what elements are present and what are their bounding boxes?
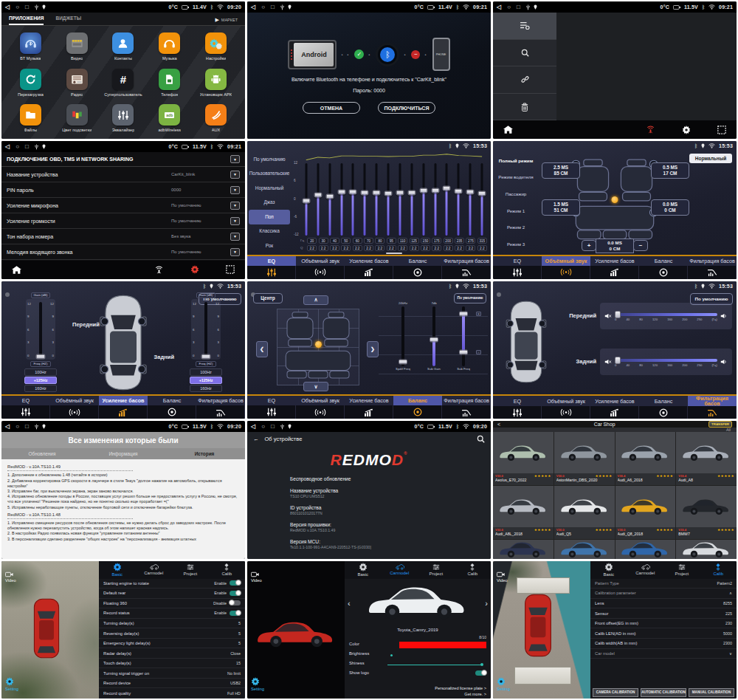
eq-band-slider[interactable]: [406, 162, 418, 236]
app-files[interactable]: Файлы: [7, 100, 54, 136]
gear-icon[interactable]: [190, 265, 199, 274]
eq-band-slider[interactable]: [370, 162, 382, 236]
toggle-on[interactable]: [230, 591, 241, 596]
mode-3[interactable]: Режим 1: [494, 203, 537, 220]
gain-thumb[interactable]: [36, 354, 46, 359]
home-icon[interactable]: [12, 266, 21, 274]
gain-thumb[interactable]: [201, 354, 211, 359]
eq-slider-thumb[interactable]: [373, 190, 381, 195]
car-card-partial[interactable]: [615, 540, 676, 558]
car-card[interactable]: V30.0★★★★★Audi_A8L_2018: [493, 486, 554, 539]
freq-option-0[interactable]: 100Hz: [190, 368, 222, 376]
front-left-delay[interactable]: 2.5 MS85 CM: [542, 162, 580, 179]
preset-2[interactable]: Нормальный: [249, 181, 290, 195]
tab-balance-icon[interactable]: [639, 266, 688, 279]
antenna-icon[interactable]: [646, 126, 655, 134]
slider-thumb[interactable]: [430, 337, 438, 342]
sidebar-item-trash[interactable]: [493, 94, 556, 121]
app-adb-wireless[interactable]: adbadbWireless: [146, 100, 193, 136]
tab-calib[interactable]: Calib: [455, 563, 492, 576]
dropdown-button[interactable]: ▼: [230, 217, 240, 225]
nav-back-icon[interactable]: ◁: [5, 144, 12, 150]
car-card-partial[interactable]: [554, 540, 615, 558]
tab-bass-boost-icon[interactable]: [99, 405, 148, 419]
tab-basic[interactable]: Basic: [345, 563, 382, 577]
eq-slider-thumb[interactable]: [384, 191, 393, 196]
tab-surround-sound[interactable]: Объёмный звук: [542, 396, 590, 406]
tab-eq[interactable]: EQ: [247, 396, 296, 405]
gear-icon[interactable]: [682, 126, 691, 134]
tab-surround-sound[interactable]: Объёмный звук: [542, 256, 590, 266]
app-backlight-color[interactable]: Цвет подсветки: [54, 100, 100, 136]
tab-surround-sound-icon[interactable]: [542, 266, 590, 279]
app-settings[interactable]: Настройки: [193, 29, 239, 64]
row-control[interactable]: [387, 640, 486, 648]
tab-1[interactable]: Информация: [83, 451, 164, 456]
tab-bass-filter-icon[interactable]: [688, 406, 737, 419]
tab-bass-boost-icon[interactable]: [345, 405, 393, 419]
nav-home-icon[interactable]: ○: [15, 4, 21, 10]
toggle-off[interactable]: [230, 600, 241, 605]
app-phone[interactable]: Телефон: [146, 64, 193, 100]
tab-balance[interactable]: Баланс: [639, 396, 688, 406]
tab-balance[interactable]: Баланс: [639, 256, 688, 266]
eq-band-slider[interactable]: [312, 162, 324, 236]
mute-speaker-icon[interactable]: [604, 313, 612, 319]
car-card[interactable]: V30.4★★★★★Audi_A6_2018: [615, 432, 676, 485]
tab-eq-icon[interactable]: [1, 405, 50, 419]
eq-band-slider[interactable]: [382, 162, 394, 236]
market-button[interactable]: ▶МАРКЕТ: [215, 17, 238, 25]
about-item[interactable]: Беспроводное обновление: [290, 476, 491, 481]
screen-frame-icon[interactable]: [226, 265, 235, 274]
preset-0[interactable]: По умолчанию: [249, 152, 290, 166]
tab-balance-icon[interactable]: [393, 405, 442, 419]
eq-band-slider[interactable]: [336, 162, 348, 236]
tab-surround-sound[interactable]: Объёмный звук: [296, 256, 345, 266]
video-button[interactable]: Video: [5, 572, 16, 583]
calibration-button-0[interactable]: CAMERA CALIBRATION: [593, 688, 638, 697]
tab-eq[interactable]: EQ: [247, 256, 296, 266]
app-equalizer[interactable]: Эквалайзер: [100, 100, 147, 136]
tab-bass-boost[interactable]: Усиление басов: [590, 256, 639, 266]
tab-eq-icon[interactable]: [247, 266, 296, 279]
car-card-partial[interactable]: [676, 540, 737, 558]
eq-slider-thumb[interactable]: [325, 194, 334, 199]
right-chevron-button[interactable]: ❯: [367, 341, 379, 357]
screen-frame-icon[interactable]: [717, 126, 726, 134]
mode-0[interactable]: Полный режим: [494, 152, 537, 169]
mode-4[interactable]: Режим 2: [494, 219, 537, 236]
preset-4[interactable]: Поп: [249, 210, 290, 224]
tab-bass-filter[interactable]: Фильтрация басов: [688, 256, 737, 266]
connect-button[interactable]: ПОДКЛЮЧИТЬСЯ: [378, 102, 435, 114]
front-right-delay[interactable]: 0.5 MS17 CM: [651, 162, 689, 179]
tab-surround-sound-icon[interactable]: [542, 406, 590, 419]
mode-5[interactable]: Режим 3: [494, 236, 537, 253]
car-card[interactable]: V30.4★★★★★BMW7: [676, 486, 737, 539]
tab-bass-filter-icon[interactable]: [688, 266, 737, 279]
tab-bass-boost-icon[interactable]: [590, 406, 639, 419]
tab-balance-icon[interactable]: [393, 266, 442, 279]
eq-slider-thumb[interactable]: [443, 185, 451, 191]
car-card[interactable]: V30.4★★★★★Audi_A8: [676, 432, 737, 485]
eq-slider-thumb[interactable]: [478, 191, 486, 196]
car-card[interactable]: V30.0★★★★★Audi_Q5: [554, 486, 615, 539]
tab-2[interactable]: История: [164, 451, 245, 456]
eq-slider-thumb[interactable]: [466, 189, 475, 194]
dropdown-button[interactable]: ▼: [230, 248, 240, 256]
setting-button[interactable]: Setting: [251, 677, 264, 691]
app-video[interactable]: Видео: [54, 29, 100, 64]
center-button[interactable]: Центр: [253, 293, 283, 303]
nav-back-icon[interactable]: ◁: [497, 4, 503, 10]
setting-button[interactable]: Setting: [497, 677, 510, 691]
tab-basic[interactable]: Basic: [99, 563, 136, 577]
eq-band-slider[interactable]: [464, 162, 476, 236]
link-0[interactable]: Personalized license plate >: [435, 686, 486, 690]
tab-bass-filter-icon[interactable]: [196, 405, 245, 419]
preset-5[interactable]: Классика: [249, 224, 290, 239]
left-chevron-button[interactable]: ❮: [256, 341, 268, 357]
nav-home-icon[interactable]: ○: [15, 144, 21, 150]
tab-surround-sound-icon[interactable]: [296, 266, 345, 279]
tab-surround-sound-icon[interactable]: [296, 405, 345, 419]
app-aux[interactable]: AUX: [193, 100, 239, 136]
nav-back-icon[interactable]: ◁: [251, 424, 258, 430]
